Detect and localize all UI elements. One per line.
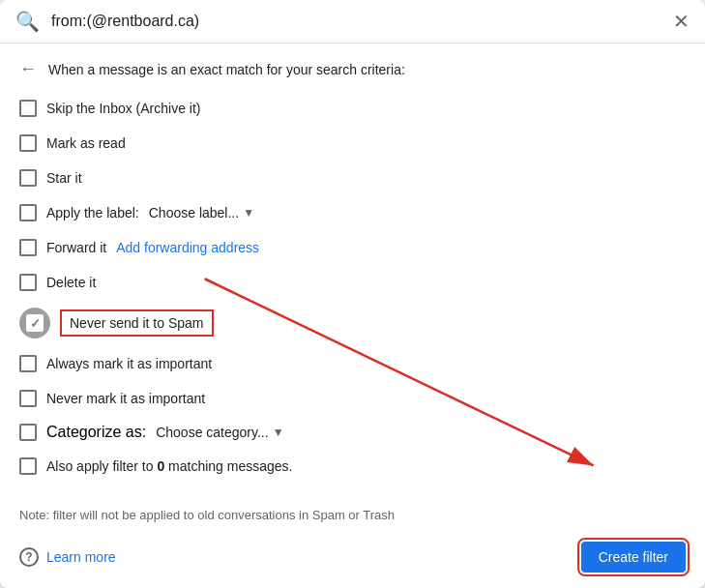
- note-text: Note: filter will not be applied to old …: [0, 500, 705, 530]
- learn-more-section: ? Learn more: [19, 547, 116, 567]
- checkbox-star-it[interactable]: [19, 169, 37, 187]
- checkbox-never-important[interactable]: [19, 390, 37, 407]
- checkbox-always-important[interactable]: [19, 355, 37, 372]
- option-always-important: Always mark it as important: [19, 346, 686, 381]
- create-filter-button[interactable]: Create filter: [581, 542, 686, 573]
- option-never-spam: Never send it to Spam: [19, 300, 686, 346]
- label-skip-inbox: Skip the Inbox (Archive it): [46, 101, 201, 116]
- option-star-it: Star it: [19, 161, 686, 195]
- category-dropdown[interactable]: Choose category... ▼: [156, 425, 283, 440]
- options-list: Skip the Inbox (Archive it) Mark as read…: [0, 87, 705, 500]
- label-never-important: Never mark it as important: [46, 391, 205, 406]
- label-never-spam: Never send it to Spam: [70, 315, 204, 331]
- label-forward-it: Forward it: [46, 240, 106, 255]
- footer-row: ? Learn more Create filter: [0, 530, 705, 588]
- header-description: When a message is an exact match for you…: [48, 62, 405, 77]
- category-dropdown-arrow-icon: ▼: [273, 426, 284, 439]
- label-dropdown-text: Choose label...: [149, 205, 239, 220]
- label-always-important: Always mark it as important: [46, 356, 212, 371]
- checkbox-also-apply[interactable]: [19, 457, 37, 475]
- label-dropdown-arrow-icon: ▼: [243, 206, 254, 220]
- close-icon[interactable]: ✕: [673, 10, 690, 33]
- label-dropdown[interactable]: Choose label... ▼: [149, 205, 254, 220]
- checkbox-mark-read[interactable]: [19, 134, 37, 152]
- add-forwarding-link[interactable]: Add forwarding address: [116, 240, 259, 255]
- checkbox-categorize[interactable]: [19, 424, 37, 441]
- header-row: ← When a message is an exact match for y…: [0, 44, 705, 87]
- label-categorize: Categorize as:: [46, 424, 146, 441]
- search-icon: 🔍: [15, 10, 40, 33]
- filter-dialog: 🔍 from:(@rentboard.ca) ✕ ← When a messag…: [0, 0, 705, 588]
- checkbox-apply-label[interactable]: [19, 204, 37, 221]
- checkbox-delete-it[interactable]: [19, 274, 37, 291]
- option-also-apply: Also apply filter to 0 matching messages…: [19, 449, 686, 484]
- search-bar: 🔍 from:(@rentboard.ca) ✕: [0, 0, 705, 44]
- checkbox-forward-it[interactable]: [19, 239, 37, 256]
- search-query: from:(@rentboard.ca): [51, 13, 661, 30]
- check-inner: [26, 314, 44, 332]
- option-never-important: Never mark it as important: [19, 381, 686, 416]
- label-mark-read: Mark as read: [46, 135, 126, 151]
- option-delete-it: Delete it: [19, 265, 686, 300]
- option-apply-label: Apply the label: Choose label... ▼: [19, 195, 686, 230]
- option-skip-inbox: Skip the Inbox (Archive it): [19, 91, 686, 126]
- checkbox-skip-inbox[interactable]: [19, 100, 37, 117]
- label-also-apply: Also apply filter to 0 matching messages…: [46, 458, 292, 474]
- option-mark-read: Mark as read: [19, 126, 686, 161]
- help-icon[interactable]: ?: [19, 547, 39, 567]
- learn-more-link[interactable]: Learn more: [46, 549, 116, 565]
- label-apply-label: Apply the label:: [46, 205, 139, 220]
- option-categorize: Categorize as: Choose category... ▼: [19, 416, 686, 449]
- label-star-it: Star it: [46, 170, 82, 186]
- option-forward-it: Forward it Add forwarding address: [19, 230, 686, 265]
- checkbox-never-spam[interactable]: [19, 308, 50, 338]
- never-spam-label-box: Never send it to Spam: [60, 309, 214, 337]
- back-arrow-icon[interactable]: ←: [19, 59, 37, 79]
- label-delete-it: Delete it: [46, 275, 96, 290]
- category-dropdown-text: Choose category...: [156, 425, 268, 440]
